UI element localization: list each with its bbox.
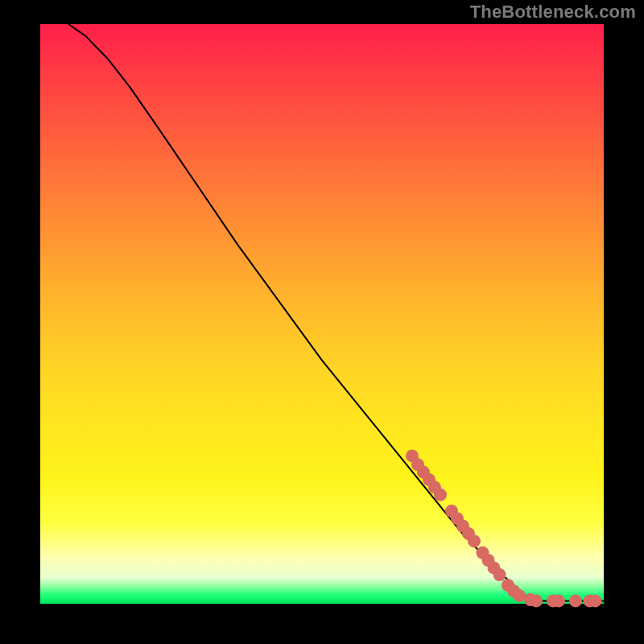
- highlighted-points-group: [406, 449, 602, 607]
- plot-area: [40, 24, 604, 604]
- main-curve: [68, 24, 604, 601]
- chart-frame: TheBottleneck.com: [0, 0, 644, 644]
- data-point: [552, 594, 565, 607]
- data-point: [589, 594, 602, 607]
- data-point: [434, 489, 447, 502]
- data-point: [493, 568, 506, 581]
- data-point: [530, 594, 543, 607]
- attribution-label: TheBottleneck.com: [470, 2, 636, 23]
- curve-svg: [40, 24, 604, 604]
- data-point: [468, 535, 481, 547]
- data-point: [513, 589, 526, 602]
- data-point: [569, 594, 582, 607]
